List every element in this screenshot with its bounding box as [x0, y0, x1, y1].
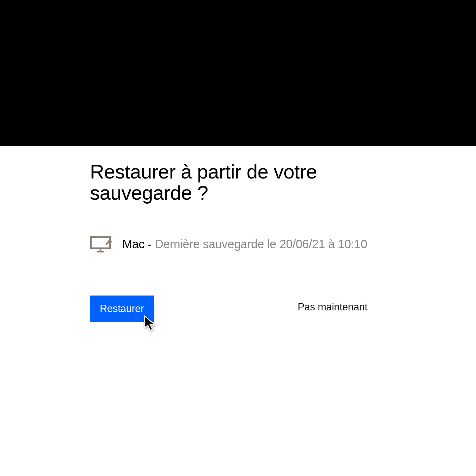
device-name-label: Mac — [122, 237, 144, 251]
letterbox-bar — [0, 0, 476, 146]
backup-info-text: Mac - Dernière sauvegarde le 20/06/21 à … — [122, 237, 367, 251]
restore-monitor-icon — [90, 236, 113, 253]
not-now-button[interactable]: Pas maintenant — [298, 301, 367, 316]
last-backup-label: Dernière sauvegarde le 20/06/21 à 10:10 — [155, 237, 367, 251]
backup-info-row: Mac - Dernière sauvegarde le 20/06/21 à … — [90, 236, 476, 253]
restore-dialog-content: Restaurer à partir de votre sauvegarde ?… — [0, 146, 476, 322]
button-row: Restaurer Pas maintenant — [90, 296, 476, 322]
restore-button[interactable]: Restaurer — [90, 296, 154, 322]
dialog-heading: Restaurer à partir de votre sauvegarde ? — [90, 161, 387, 204]
separator-label: - — [144, 237, 155, 251]
